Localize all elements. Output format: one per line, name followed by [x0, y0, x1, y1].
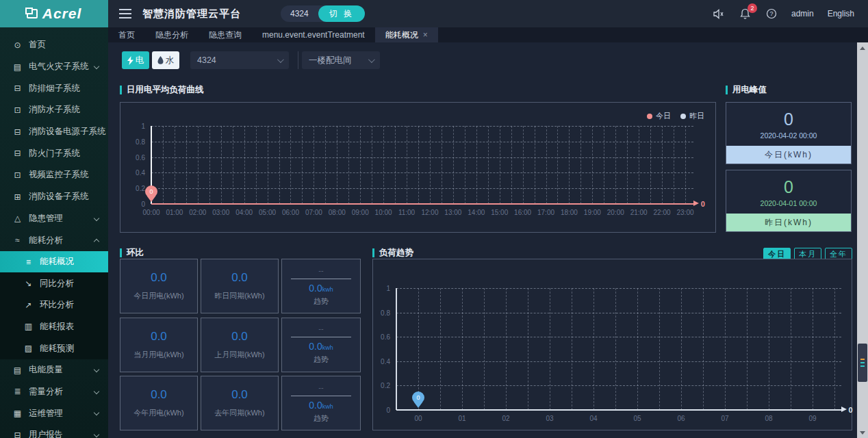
water-filter-label: 水	[166, 55, 175, 66]
chevron-down-icon	[94, 410, 99, 415]
chart-plot-area: 00.20.40.60.8100:0001:0002:0003:0004:000…	[151, 126, 685, 204]
load-trend-chart: 00.20.40.60.810001020304050607080900	[372, 259, 852, 430]
ring-card-label: 去年同期(kWh)	[214, 408, 264, 418]
sidebar-item-operations-management[interactable]: ▦运维管理	[0, 402, 108, 424]
trend-divider	[291, 337, 352, 337]
title-accent-bar	[726, 86, 728, 94]
grid-line-vertical	[528, 288, 528, 410]
tab-energy-overview[interactable]: 能耗概况×	[375, 27, 438, 42]
grid-line-vertical	[580, 126, 581, 204]
trend-up-icon: ↗	[23, 300, 34, 310]
project-select[interactable]: 4324	[190, 51, 289, 69]
chevron-down-icon	[94, 63, 99, 68]
legend-item-昨日[interactable]: 昨日	[680, 111, 704, 121]
notification-bell-icon[interactable]: 2	[739, 8, 752, 20]
grid-line-vertical	[637, 288, 638, 410]
tab-label: 隐患查询	[209, 29, 242, 41]
help-icon[interactable]: ?	[765, 8, 778, 20]
water-filter-button[interactable]: 水	[152, 51, 179, 69]
x-axis-tick-label: 04	[589, 415, 597, 422]
grid-line-horizontal	[396, 361, 841, 362]
x-axis-tick-label: 07:00	[305, 209, 322, 216]
logo-text: Acrel	[42, 5, 82, 22]
grid-line-vertical	[186, 126, 187, 204]
sidebar-item-label: 能耗分析	[29, 235, 63, 246]
grid-line-vertical	[442, 126, 442, 204]
sidebar-item-equipment-power-system[interactable]: ⊟消防设备电源子系统	[0, 121, 108, 143]
sidebar-item-fire-equipment-system[interactable]: ⊞消防设备子系统	[0, 186, 108, 208]
scrollbar-up-arrow[interactable]	[857, 42, 868, 53]
y-axis-tick-label: 0.6	[136, 153, 145, 161]
grid-line-vertical	[662, 126, 663, 204]
grid-line-horizontal	[396, 385, 841, 386]
x-axis-tick-label: 06:00	[282, 209, 299, 216]
report-icon: ⊟	[12, 430, 23, 438]
grid-line-vertical	[546, 126, 547, 204]
sidebar-item-hazard-management[interactable]: △隐患管理	[0, 208, 108, 230]
room-select[interactable]: 一楼配电间	[302, 51, 380, 69]
sidebar-item-electrical-fire-system[interactable]: ▤电气火灾子系统	[0, 56, 108, 78]
tab-label: 能耗概况	[385, 29, 418, 41]
sidebar-item-energy-forecast[interactable]: ▨能耗预测	[0, 337, 108, 359]
legend-label: 昨日	[689, 111, 704, 121]
wave-icon: ≈	[12, 235, 23, 245]
ring-trend-card: --0.0kwh趋势	[281, 318, 361, 372]
sidebar-item-demand-analysis[interactable]: ≣需量分析	[0, 381, 108, 403]
tab-hazard-query[interactable]: 隐患查询	[199, 27, 252, 42]
sidebar-item-label: 首页	[29, 39, 46, 51]
username[interactable]: admin	[791, 9, 814, 18]
daily-curve-title-text: 日用电平均负荷曲线	[127, 84, 204, 96]
trend-value: 0.0kwh	[309, 283, 333, 294]
sidebar-item-yoy-analysis[interactable]: ↘同比分析	[0, 272, 108, 294]
language-switch[interactable]: English	[828, 9, 854, 18]
sidebar-item-video-monitoring-system[interactable]: ⊡视频监控子系统	[0, 164, 108, 186]
scrollbar-down-arrow[interactable]	[857, 428, 868, 438]
switch-project-button[interactable]: 切 换	[318, 5, 365, 22]
sidebar-item-energy-analysis[interactable]: ≈能耗分析	[0, 229, 108, 251]
ring-card-label: 今日用电(kWh)	[133, 291, 183, 301]
sidebar-item-smoke-exhaust-system[interactable]: ⊟防排烟子系统	[0, 77, 108, 99]
sidebar-item-fire-water-system[interactable]: ⊡消防水子系统	[0, 99, 108, 121]
tab-home[interactable]: 首页	[108, 27, 145, 42]
tab-event-treatment[interactable]: menu.event.eventTreatment	[252, 27, 375, 42]
sidebar-item-home[interactable]: ⊙首页	[0, 34, 108, 56]
ring-card-value: 0.0	[151, 330, 167, 344]
video-icon: ⊡	[12, 170, 23, 180]
vertical-scrollbar[interactable]	[857, 42, 868, 438]
menu-fold-icon[interactable]	[119, 9, 131, 18]
filter-divider	[298, 51, 298, 69]
sidebar-item-fire-door-system[interactable]: ⊟防火门子系统	[0, 142, 108, 164]
grid-line-vertical	[209, 126, 210, 204]
x-axis-tick-label: 00:00	[142, 209, 159, 216]
peak-value: 0	[784, 177, 793, 197]
grid-line-vertical	[279, 126, 280, 204]
scrollbar-thumb[interactable]	[858, 344, 867, 382]
grid-line-vertical	[593, 288, 594, 410]
electricity-filter-button[interactable]: 电	[122, 51, 149, 69]
tab-hazard-analysis[interactable]: 隐患分析	[145, 27, 199, 42]
grid-line-vertical	[348, 126, 349, 204]
lock-icon: ⊟	[12, 149, 23, 158]
copy-icon: ⊞	[12, 192, 23, 202]
sound-icon[interactable]	[713, 8, 726, 20]
peak-card-body: 02020-04-02 00:00	[726, 103, 851, 146]
sidebar-item-user-report[interactable]: ⊟用户报告	[0, 424, 108, 438]
y-axis-tick-label: 0	[386, 407, 390, 414]
grid-line-vertical	[476, 126, 477, 204]
close-tab-icon[interactable]: ×	[423, 31, 428, 39]
app-title: 智慧消防管理云平台	[142, 8, 241, 21]
grid-line-vertical	[747, 288, 748, 410]
sidebar-item-mom-analysis[interactable]: ↗环比分析	[0, 294, 108, 316]
legend-item-今日[interactable]: 今日	[647, 111, 671, 121]
grid-line-vertical	[488, 126, 489, 204]
sidebar-item-energy-report[interactable]: ▥能耗报表	[0, 316, 108, 338]
sidebar-item-power-quality[interactable]: ▤电能质量	[0, 359, 108, 381]
trend-divider	[291, 279, 352, 279]
peak-title-text: 用电峰值	[732, 84, 767, 96]
lock-icon: ⊟	[12, 83, 23, 93]
grid-line-vertical	[290, 126, 291, 204]
grid-line-vertical	[462, 288, 463, 410]
peak-card-body: 02020-04-01 00:00	[726, 170, 851, 214]
grid-line-vertical	[407, 126, 407, 204]
sidebar-item-energy-overview[interactable]: ≡能耗概况	[0, 251, 108, 273]
